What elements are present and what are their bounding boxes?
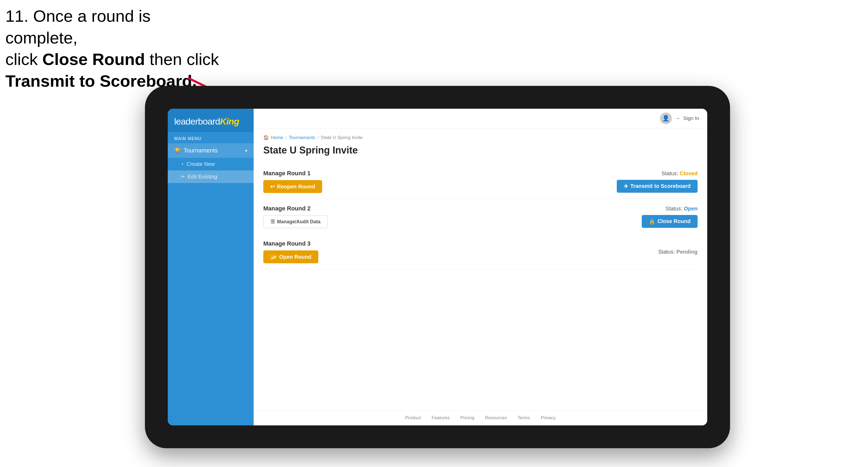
reopen-round-button[interactable]: ↩ Reopen Round bbox=[263, 180, 322, 193]
round-2-right: Status: Open 🔒 Close Round bbox=[642, 206, 698, 228]
round-3-status-value: Pending bbox=[676, 249, 698, 255]
app-layout: leaderboardKing MAIN MENU 🏆 Tournaments … bbox=[168, 109, 707, 426]
manage-audit-label: Manage/Audit Data bbox=[277, 219, 320, 225]
sign-in-area[interactable]: 👤 → Sign In bbox=[660, 113, 699, 124]
transmit-icon: ✈ bbox=[624, 183, 628, 189]
audit-icon: ☰ bbox=[271, 219, 275, 225]
round-2-section: Manage Round 2 ☰ Manage/Audit Data Statu… bbox=[263, 199, 698, 234]
breadcrumb-home-icon: 🏠 bbox=[263, 135, 269, 141]
round-3-status: Status: Pending bbox=[658, 249, 698, 255]
round-1-title: Manage Round 1 bbox=[263, 170, 322, 177]
footer-privacy[interactable]: Privacy bbox=[541, 415, 556, 421]
breadcrumb-current: State U Spring Invite bbox=[321, 135, 363, 141]
round-3-right: Status: Pending bbox=[658, 249, 698, 255]
round-1-right: Status: Closed ✈ Transmit to Scoreboard bbox=[617, 170, 698, 193]
sidebar-logo-area: leaderboardKing bbox=[168, 109, 254, 132]
round-2-status: Status: Open bbox=[665, 206, 698, 212]
avatar: 👤 bbox=[660, 113, 672, 124]
breadcrumb-sep-1: / bbox=[285, 135, 287, 141]
footer-pricing[interactable]: Pricing bbox=[460, 415, 474, 421]
breadcrumb-tournaments-link[interactable]: Tournaments bbox=[289, 135, 315, 141]
logo-highlight: King bbox=[220, 116, 239, 126]
create-new-label: Create New bbox=[187, 161, 215, 167]
reopen-round-label: Reopen Round bbox=[277, 184, 315, 190]
round-1-status: Status: Closed bbox=[661, 170, 698, 177]
edit-existing-label: Edit Existing bbox=[188, 174, 217, 180]
round-2-title: Manage Round 2 bbox=[263, 205, 328, 212]
sign-in-label[interactable]: Sign In bbox=[683, 116, 699, 121]
round-3-left: Manage Round 3 📂 Open Round bbox=[263, 240, 318, 263]
footer-resources[interactable]: Resources bbox=[485, 415, 507, 421]
round-1-section: Manage Round 1 ↩ Reopen Round Status: Cl… bbox=[263, 164, 698, 199]
manage-audit-data-button[interactable]: ☰ Manage/Audit Data bbox=[263, 215, 328, 228]
trophy-icon: 🏆 bbox=[174, 147, 181, 154]
plus-icon: + bbox=[181, 162, 184, 167]
round-3-section: Manage Round 3 📂 Open Round Status: Pend… bbox=[263, 234, 698, 270]
sidebar-item-tournaments[interactable]: 🏆 Tournaments ▾ bbox=[168, 143, 254, 158]
main-menu-label: MAIN MENU bbox=[168, 132, 254, 143]
breadcrumb: 🏠 Home / Tournaments / State U Spring In… bbox=[263, 135, 698, 141]
footer-features[interactable]: Features bbox=[432, 415, 450, 421]
footer-product[interactable]: Product bbox=[405, 415, 421, 421]
reopen-icon: ↩ bbox=[270, 183, 275, 190]
close-round-button[interactable]: 🔒 Close Round bbox=[642, 215, 698, 228]
content-area: 🏠 Home / Tournaments / State U Spring In… bbox=[254, 128, 707, 410]
breadcrumb-home-link[interactable]: Home bbox=[271, 135, 283, 141]
sidebar-tournaments-label: Tournaments bbox=[184, 147, 245, 154]
transmit-to-scoreboard-button[interactable]: ✈ Transmit to Scoreboard bbox=[617, 180, 698, 193]
round-1-left: Manage Round 1 ↩ Reopen Round bbox=[263, 170, 322, 193]
instruction-text: 11. Once a round is complete, click Clos… bbox=[5, 5, 225, 92]
logo: leaderboardKing bbox=[174, 116, 247, 127]
open-round-button[interactable]: 📂 Open Round bbox=[263, 250, 318, 263]
sidebar-item-create-new[interactable]: + Create New bbox=[168, 158, 254, 170]
breadcrumb-sep-2: / bbox=[317, 135, 318, 141]
page-title: State U Spring Invite bbox=[263, 145, 698, 156]
round-2-left: Manage Round 2 ☰ Manage/Audit Data bbox=[263, 205, 328, 228]
edit-icon: ✏ bbox=[181, 174, 185, 180]
round-1-status-value: Closed bbox=[680, 170, 698, 176]
close-round-label: Close Round bbox=[658, 218, 690, 224]
sidebar: leaderboardKing MAIN MENU 🏆 Tournaments … bbox=[168, 109, 254, 426]
footer-terms[interactable]: Terms bbox=[518, 415, 530, 421]
tablet-shell: leaderboardKing MAIN MENU 🏆 Tournaments … bbox=[145, 86, 730, 448]
sidebar-item-edit-existing[interactable]: ✏ Edit Existing bbox=[168, 170, 254, 183]
transmit-to-scoreboard-label: Transmit to Scoreboard bbox=[630, 183, 691, 189]
tablet-screen: leaderboardKing MAIN MENU 🏆 Tournaments … bbox=[168, 109, 707, 426]
lock-icon: 🔒 bbox=[649, 218, 655, 225]
top-bar: 👤 → Sign In bbox=[254, 109, 707, 128]
open-round-icon: 📂 bbox=[270, 254, 277, 260]
chevron-down-icon: ▾ bbox=[245, 148, 247, 153]
sign-in-arrow-icon: → bbox=[675, 116, 680, 121]
open-round-label: Open Round bbox=[279, 254, 311, 260]
round-2-status-value: Open bbox=[684, 206, 698, 212]
round-3-title: Manage Round 3 bbox=[263, 240, 318, 247]
footer: Product Features Pricing Resources Terms… bbox=[254, 410, 707, 426]
main-content: 👤 → Sign In 🏠 Home / Tournaments / State bbox=[254, 109, 707, 426]
